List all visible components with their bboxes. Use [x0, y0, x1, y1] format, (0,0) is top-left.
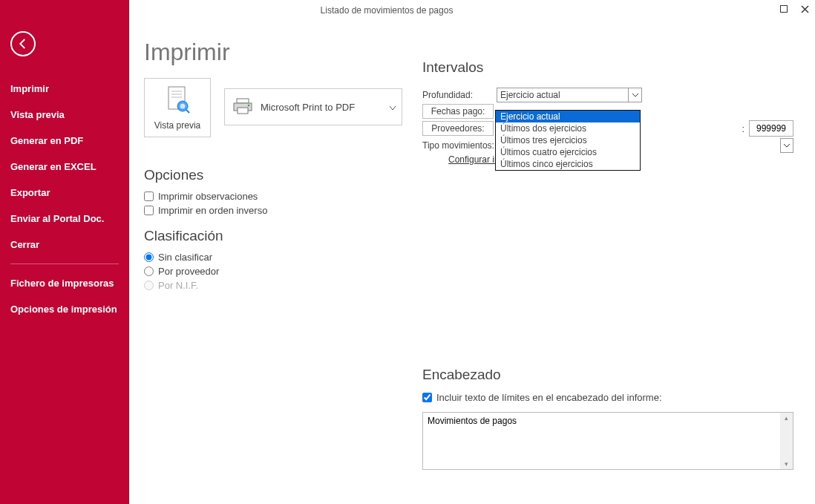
sidebar-item-cerrar[interactable]: Cerrar [0, 232, 129, 258]
encabezado-textarea-wrap: ▴ ▾ [422, 412, 793, 470]
radio-por-nif-label: Por N.I.F. [158, 280, 198, 291]
sidebar-item-vista-previa[interactable]: Vista previa [0, 102, 129, 128]
vista-previa-button[interactable]: Vista previa [144, 78, 211, 137]
radio-por-nif: Por N.I.F. [144, 278, 793, 292]
printer-icon [232, 97, 253, 117]
sidebar-item-imprimir[interactable]: Imprimir [0, 76, 129, 102]
profundidad-combo[interactable]: Ejercicio actual [497, 88, 642, 102]
sidebar-item-enviar-portal[interactable]: Enviar al Portal Doc. [0, 206, 129, 232]
check-imprimir-observaciones-input[interactable] [144, 192, 154, 201]
profundidad-label: Profundidad: [422, 90, 497, 100]
sidebar-item-fichero-impresoras[interactable]: Fichero de impresoras [0, 270, 129, 296]
dropdown-option[interactable]: Últimos tres ejercicios [496, 134, 640, 146]
back-button[interactable] [10, 31, 36, 56]
opciones-heading: Opciones [144, 167, 793, 183]
profundidad-dropdown[interactable]: Ejercicio actual Últimos dos ejercicios … [495, 110, 641, 171]
printer-select[interactable]: Microsoft Print to PDF [224, 88, 402, 125]
svg-line-9 [186, 110, 189, 113]
clasificacion-heading: Clasificación [144, 228, 793, 244]
check-orden-inverso-label: Imprimir en orden inverso [158, 205, 267, 216]
svg-rect-12 [238, 108, 248, 114]
svg-point-13 [248, 104, 250, 106]
maximize-button[interactable] [773, 0, 794, 18]
document-preview-icon [165, 85, 190, 117]
radio-por-proveedor[interactable]: Por proveedor [144, 264, 793, 278]
svg-rect-10 [237, 99, 249, 103]
dropdown-option[interactable]: Ejercicio actual [496, 111, 640, 122]
radio-por-proveedor-label: Por proveedor [158, 266, 219, 277]
dropdown-option[interactable]: Últimos cuatro ejercicios [496, 146, 640, 158]
encabezado-section: Encabezado Incluir texto de límites en e… [422, 356, 793, 470]
check-incluir-texto-limites-label: Incluir texto de límites en el encabezad… [436, 392, 662, 403]
sidebar: Imprimir Vista previa Generar en PDF Gen… [0, 0, 129, 504]
check-orden-inverso-input[interactable] [144, 206, 154, 215]
sidebar-item-generar-excel[interactable]: Generar en EXCEL [0, 154, 129, 180]
scroll-down-icon[interactable]: ▾ [785, 459, 788, 469]
check-imprimir-observaciones[interactable]: Imprimir observaciones [144, 189, 793, 203]
chevron-down-icon [390, 102, 396, 113]
sidebar-item-exportar[interactable]: Exportar [0, 180, 129, 206]
sidebar-separator [10, 264, 119, 264]
proveedores-to-input[interactable] [749, 120, 793, 137]
scrollbar[interactable]: ▴ ▾ [780, 413, 793, 469]
vista-previa-label: Vista previa [154, 120, 200, 131]
fechas-pago-button[interactable]: Fechas pago: [422, 104, 494, 119]
proveedores-button[interactable]: Proveedores: [422, 121, 494, 136]
check-incluir-texto-limites[interactable]: Incluir texto de límites en el encabezad… [422, 390, 793, 405]
sidebar-item-opciones-impresion[interactable]: Opciones de impresión [0, 296, 129, 322]
dropdown-option[interactable]: Últimos dos ejercicios [496, 122, 640, 134]
sidebar-item-generar-pdf[interactable]: Generar en PDF [0, 128, 129, 154]
chevron-down-icon [628, 88, 641, 102]
encabezado-textarea[interactable] [423, 413, 780, 469]
svg-rect-0 [781, 6, 788, 13]
check-imprimir-observaciones-label: Imprimir observaciones [158, 191, 258, 202]
encabezado-heading: Encabezado [422, 367, 793, 383]
radio-sin-clasificar-input[interactable] [144, 252, 154, 262]
radio-sin-clasificar[interactable]: Sin clasificar [144, 250, 793, 264]
intervalos-heading: Intervalos [422, 59, 793, 76]
scroll-up-icon[interactable]: ▴ [785, 413, 788, 423]
printer-name: Microsoft Print to PDF [261, 102, 355, 113]
check-orden-inverso[interactable]: Imprimir en orden inverso [144, 203, 793, 217]
range-separator: : [742, 123, 744, 134]
dropdown-option[interactable]: Últimos cinco ejercicios [496, 158, 640, 170]
profundidad-value: Ejercicio actual [500, 90, 560, 100]
check-incluir-texto-limites-input[interactable] [422, 393, 432, 402]
radio-por-nif-input [144, 281, 154, 290]
chevron-down-icon[interactable] [780, 138, 793, 153]
radio-sin-clasificar-label: Sin clasificar [158, 252, 212, 263]
close-button[interactable] [794, 0, 815, 18]
radio-por-proveedor-input[interactable] [144, 266, 154, 276]
svg-point-8 [180, 103, 186, 108]
